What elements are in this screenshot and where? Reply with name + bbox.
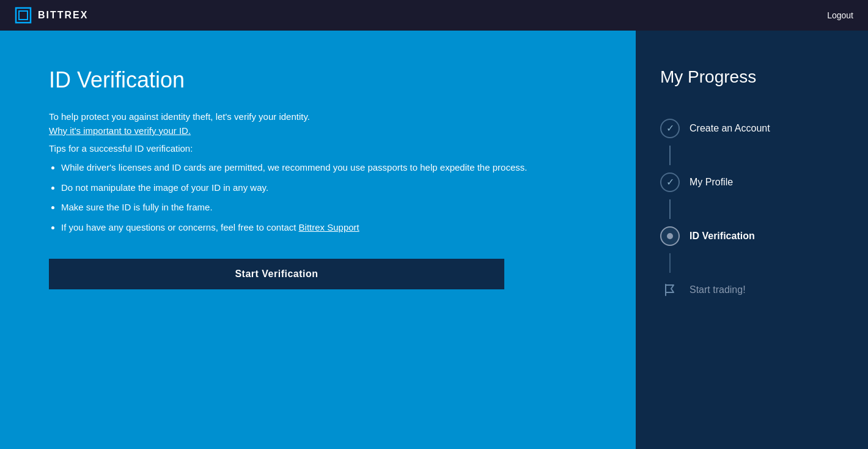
checkmark-icon-1: ✓ (666, 124, 674, 133)
active-indicator (667, 233, 673, 239)
step-circle-create-account: ✓ (660, 119, 680, 138)
left-panel: ID Verification To help protect you agai… (0, 31, 636, 449)
step-my-profile: ✓ My Profile (660, 165, 844, 199)
tip-3: Make sure the ID is fully in the frame. (61, 201, 587, 215)
intro-text: To help protect you against identity the… (49, 111, 587, 122)
svg-rect-0 (16, 8, 31, 23)
page-title: ID Verification (49, 67, 587, 93)
tip-4: If you have any questions or concerns, f… (61, 221, 587, 235)
step-id-verification: ID Verification (660, 219, 844, 253)
checkmark-icon-2: ✓ (666, 177, 674, 187)
logo-text: BITTREX (38, 10, 88, 21)
progress-steps: ✓ Create an Account ✓ My Profile ID Veri… (660, 111, 844, 307)
step-start-trading: Start trading! (660, 273, 844, 307)
right-panel: My Progress ✓ Create an Account ✓ My Pro… (636, 31, 868, 449)
logo-area: BITTREX (15, 7, 88, 24)
flag-icon (660, 280, 680, 300)
step-label-start-trading: Start trading! (690, 284, 746, 295)
connector-2 (669, 199, 671, 219)
logout-button[interactable]: Logout (827, 10, 853, 20)
tips-list: While driver's licenses and ID cards are… (49, 161, 587, 234)
step-create-account: ✓ Create an Account (660, 111, 844, 146)
tip-2: Do not manipulate the image of your ID i… (61, 181, 587, 195)
tips-heading: Tips for a successful ID verification: (49, 143, 587, 154)
start-verification-button[interactable]: Start Verification (49, 259, 504, 289)
step-circle-my-profile: ✓ (660, 173, 680, 192)
step-label-id-verification: ID Verification (690, 231, 755, 242)
bittrex-logo-icon (15, 7, 32, 24)
tip-1: While driver's licenses and ID cards are… (61, 161, 587, 175)
connector-1 (669, 146, 671, 165)
step-circle-id-verification (660, 226, 680, 246)
step-label-my-profile: My Profile (690, 177, 733, 188)
progress-title: My Progress (660, 67, 844, 87)
main-content: ID Verification To help protect you agai… (0, 31, 868, 449)
connector-3 (669, 253, 671, 273)
verify-link[interactable]: Why it's important to verify your ID. (49, 125, 587, 136)
svg-rect-1 (19, 11, 28, 20)
support-link[interactable]: Bittrex Support (299, 222, 359, 232)
step-label-create-account: Create an Account (690, 123, 770, 134)
header: BITTREX Logout (0, 0, 868, 31)
